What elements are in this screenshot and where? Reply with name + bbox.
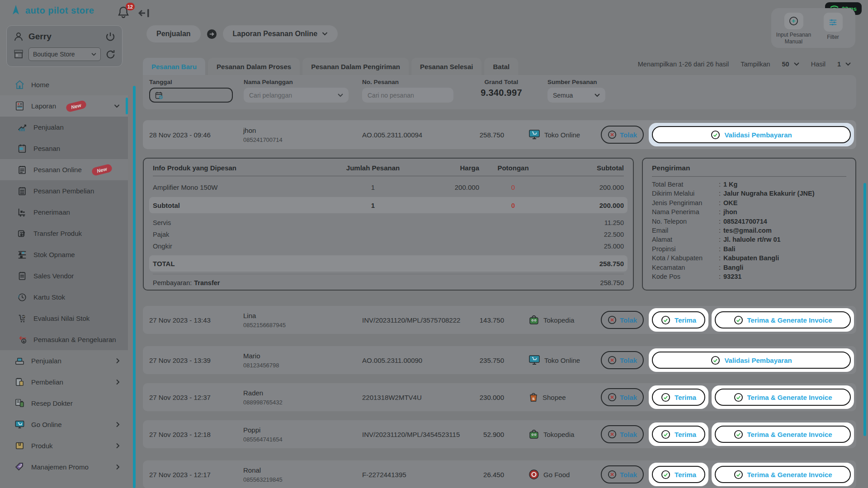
order-row[interactable]: 28 Nov 2023 - 09:46 jhon085241700714 AO.… [143,120,856,149]
accept-generate-invoice-button[interactable]: Terima & Generate Invoice [715,466,851,483]
new-badge: New [66,99,87,112]
order-row[interactable]: 27 Nov 2023 - 12:18 Poppi085564741654 IN… [143,420,856,448]
chevron-right-icon [116,358,120,364]
accept-button[interactable]: Terima [652,311,705,328]
sidebar-item-laporan-penjualan[interactable]: Penjualan [0,117,128,138]
check-circle-icon [734,430,743,439]
sidebar-item-resep-dokter[interactable]: Resep Dokter [0,393,128,414]
order-row[interactable]: 27 Nov 2023 - 12:37 Raden088998765432 22… [143,383,856,411]
sidebar-item-home[interactable]: Home [0,74,128,95]
accept-generate-invoice-button[interactable]: Terima & Generate Invoice [715,389,851,406]
spotlight-highlight: Terima [649,463,708,486]
chevron-down-icon [845,62,851,66]
store-selector-value: Boutique Store [33,51,75,58]
order-row[interactable]: 27 Nov 2023 - 13:43 Lina0852156687945 IN… [143,306,856,334]
source-filter-select[interactable]: Semua [547,88,605,103]
store-selector[interactable]: Boutique Store [28,47,101,61]
page-scrollbar[interactable] [863,183,866,436]
user-panel: Gerry Boutique Store [6,25,123,67]
content-scrollbar[interactable] [133,86,136,488]
order-row[interactable]: 27 Nov 2023 - 13:39 Mario08123456798 AO.… [143,346,856,374]
check-circle-icon [661,470,670,479]
accept-generate-invoice-button[interactable]: Terima & Generate Invoice [715,311,851,328]
accept-button[interactable]: Terima [652,466,705,483]
accept-button[interactable]: Terima [652,389,705,406]
refresh-icon[interactable] [105,49,116,60]
date-filter-input[interactable] [164,92,222,99]
filter-source-group: Sumber Pesanan Semua [547,79,605,109]
sidebar-item-transfer-produk[interactable]: Transfer Produk [0,223,128,244]
sidebar-item-pemasukan-pengeluaran[interactable]: Pemasukan & Pengeluaran [0,329,128,350]
order-no-filter-input[interactable] [362,88,453,103]
pagination-bar: Menampilkan 1-26 dari 26 hasil Tampilkan… [638,61,851,68]
tab-batal[interactable]: Batal [484,58,518,75]
x-circle-icon [608,130,617,139]
sidebar-item-laporan-pesanan-online[interactable]: Pesanan Online New [0,159,128,180]
sidebar-item-evaluasi-nilai-stok[interactable]: RP Evaluasi Nilai Stok [0,308,128,329]
tab-pesanan-dalam-pengiriman[interactable]: Pesanan Dalam Pengiriman [302,58,409,75]
sidebar-item-laporan-pesanan[interactable]: Pesanan [0,138,128,159]
customer-phone: 0852156687945 [243,322,362,328]
date-filter-field[interactable] [149,88,233,103]
x-circle-icon [608,315,617,324]
validate-payment-button[interactable]: Validasi Pembayaran [652,126,851,143]
x-circle-icon [608,356,617,365]
sidebar-item-penerimaan[interactable]: Penerimaan [0,202,128,223]
reject-button[interactable]: Tolak [601,126,644,144]
store-icon [13,49,24,59]
sidebar-item-pembelian[interactable]: Pembelian [0,371,128,393]
logout-power-icon[interactable] [105,31,116,42]
input-pesanan-manual-button[interactable]: Input Pesanan Manual [774,13,813,45]
check-circle-icon [734,315,743,325]
sidebar-item-manajemen-promo[interactable]: % Manajemen Promo [0,456,128,478]
accept-generate-invoice-button[interactable]: Terima & Generate Invoice [715,426,851,443]
svg-text:RP: RP [22,315,25,318]
reject-button[interactable]: Tolak [601,425,644,443]
page-size-selector[interactable]: 50 [782,61,799,68]
order-source: S Shopee [528,392,601,403]
toko-online-icon [528,129,540,140]
breadcrumb-section[interactable]: Penjualan [146,25,201,42]
spotlight-highlight: Validasi Pembayaran [649,348,854,372]
sidebar-item-laporan[interactable]: Laporan New [0,95,128,117]
customer-phone: 085241700714 [243,136,362,143]
tab-pesanan-dalam-proses[interactable]: Pesanan Dalam Proses [208,58,300,75]
reject-button[interactable]: Tolak [601,311,644,329]
tab-pesanan-baru[interactable]: Pesanan Baru [143,58,205,75]
notifications-button[interactable]: 12 [117,5,132,21]
product-name: Amplifier Mono 150W [153,183,335,191]
reject-button[interactable]: Tolak [601,351,644,369]
sidebar-item-kartu-stok[interactable]: Kartu Stok [0,286,128,308]
order-source: Go Food [528,469,601,480]
status-tabs: Pesanan Baru Pesanan Dalam Proses Pesana… [143,58,518,75]
sidebar-item-produk[interactable]: Produk [0,435,128,456]
chevron-right-icon [116,379,120,385]
sidebar-item-stok-opname[interactable]: Stok Opname [0,244,128,265]
sidebar-item-go-online[interactable]: Go Online [0,414,128,435]
stock-shelf-icon [17,250,27,260]
order-amount: 258.750 [475,131,504,139]
collapse-sidebar-button[interactable] [138,7,150,19]
tab-pesanan-selesai[interactable]: Pesanan Selesai [411,58,482,75]
sidebar-item-pesanan-pembelian[interactable]: Pesanan Pembelian [0,180,128,202]
check-circle-icon [734,470,743,479]
filter-sliders-icon [828,17,838,28]
validate-payment-button[interactable]: Validasi Pembayaran [652,352,851,369]
check-circle-icon [734,393,743,402]
shopee-icon: S [528,392,538,403]
stock-value-cart-icon: RP [17,314,27,324]
accept-button[interactable]: Terima [652,426,705,443]
reject-button[interactable]: Tolak [601,465,644,483]
sidebar-item-sales-vendor[interactable]: Sales Vendor [0,265,128,286]
x-circle-icon [608,470,617,479]
order-amount: 52.900 [475,431,504,438]
breadcrumb-page-dropdown[interactable]: Laporan Pesanan Online [223,25,338,42]
reject-button[interactable]: Tolak [601,388,644,406]
laporan-submenu: Penjualan Pesanan Pesanan Online New Pes… [0,117,128,350]
sidebar-item-penjualan[interactable]: Penjualan [0,350,128,371]
page-selector[interactable]: 1 [837,61,851,68]
customer-filter-select[interactable]: Cari pelanggan [244,88,349,103]
filter-button[interactable]: Filter [814,13,853,45]
customer-name: Mario [243,352,260,360]
order-row[interactable]: 27 Nov 2023 - 12:17 Ronal085563219845 F-… [143,460,856,488]
